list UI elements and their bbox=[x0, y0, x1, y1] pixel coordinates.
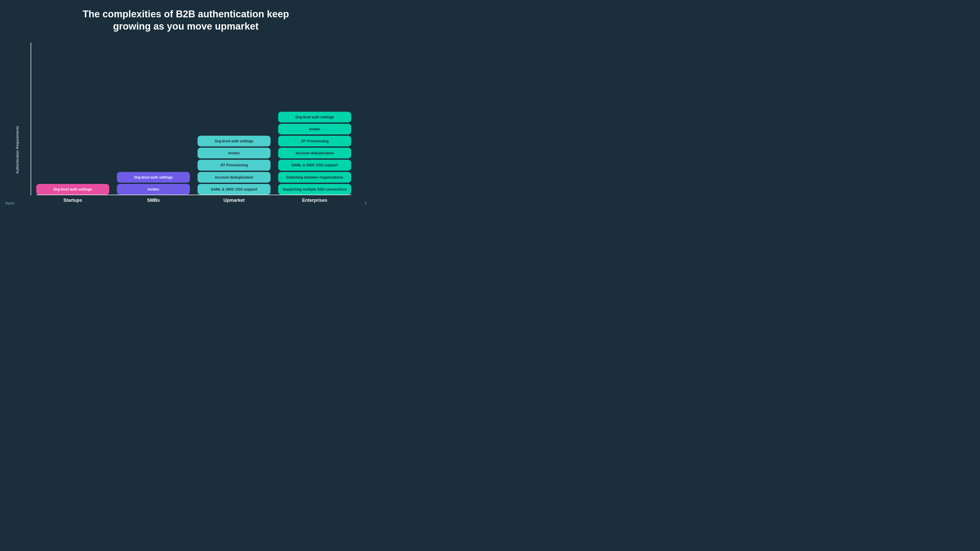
column-upmarket: Org-level auth settingsInvitesJIT Provis… bbox=[197, 136, 270, 195]
columns-and-x: Org-level auth settingsOrg-level auth se… bbox=[31, 40, 356, 203]
block-startups-0: Org-level auth settings bbox=[36, 184, 109, 195]
x-label-startups: Startups bbox=[36, 198, 109, 203]
block-upmarket-4: SAML & OIDC SSO support bbox=[197, 184, 270, 195]
block-enterprises-5: Switching between Organizations bbox=[278, 172, 351, 183]
block-enterprises-2: JIT Provisioning bbox=[278, 136, 351, 146]
block-enterprises-3: Account deduplication bbox=[278, 148, 351, 159]
x-label-enterprises: Enterprises bbox=[278, 198, 351, 203]
block-smbs-0: Org-level auth settings bbox=[117, 172, 190, 183]
block-smbs-1: Invites bbox=[117, 184, 190, 195]
slide-container: The complexities of B2B authentication k… bbox=[0, 0, 372, 208]
block-enterprises-0: Org-level auth settings bbox=[278, 112, 351, 122]
branding-label: Stytch bbox=[5, 201, 14, 205]
slide-title: The complexities of B2B authentication k… bbox=[71, 8, 301, 32]
chart-area: Authentication Requirements Org-level au… bbox=[15, 40, 356, 203]
column-enterprises: Org-level auth settingsInvitesJIT Provis… bbox=[278, 112, 351, 195]
block-upmarket-1: Invites bbox=[197, 148, 270, 159]
axes-container: Org-level auth settingsOrg-level auth se… bbox=[30, 40, 356, 203]
x-label-smbs: SMBs bbox=[117, 198, 190, 203]
block-enterprises-6: Supporting multiple SSO connections bbox=[278, 184, 351, 195]
x-labels: StartupsSMBsUpmarketEnterprises bbox=[31, 195, 356, 203]
block-upmarket-2: JIT Provisioning bbox=[197, 160, 270, 170]
column-startups: Org-level auth settings bbox=[36, 184, 109, 195]
block-upmarket-3: Account deduplication bbox=[197, 172, 270, 183]
slide-number: 3 bbox=[365, 201, 366, 205]
block-enterprises-4: SAML & OIDC SSO support bbox=[278, 160, 351, 170]
column-smbs: Org-level auth settingsInvites bbox=[117, 172, 190, 195]
columns-container: Org-level auth settingsOrg-level auth se… bbox=[31, 40, 356, 195]
block-upmarket-0: Org-level auth settings bbox=[197, 136, 270, 146]
y-axis-label: Authentication Requirements bbox=[15, 122, 19, 178]
x-label-upmarket: Upmarket bbox=[197, 198, 270, 203]
block-enterprises-1: Invites bbox=[278, 124, 351, 135]
